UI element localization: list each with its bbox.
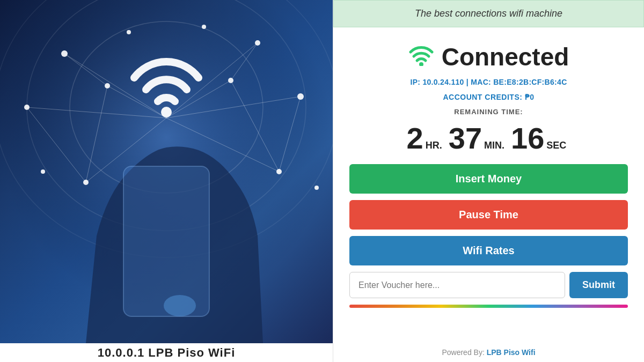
insert-money-button[interactable]: Insert Money bbox=[349, 164, 628, 194]
wifi-rates-button[interactable]: Wifi Rates bbox=[349, 236, 628, 265]
bottom-label-bar: 10.0.0.1 LPB Piso WiFi bbox=[0, 343, 333, 362]
minutes-unit: MIN. bbox=[484, 140, 504, 151]
hours-value: 2 bbox=[407, 123, 423, 153]
svg-point-32 bbox=[164, 295, 196, 316]
minutes-value: 37 bbox=[449, 123, 482, 153]
svg-point-30 bbox=[161, 107, 172, 117]
svg-point-19 bbox=[255, 40, 260, 46]
left-panel: 10.0.0.1 LPB Piso WiFi bbox=[0, 0, 333, 362]
footer-bar: Powered By: LPB Piso Wifi bbox=[333, 343, 644, 362]
svg-point-29 bbox=[202, 25, 206, 29]
pause-time-button[interactable]: Pause Time bbox=[349, 200, 628, 230]
timer-display: 2 HR. 37 MIN. 16 SEC bbox=[407, 123, 571, 153]
network-svg bbox=[0, 0, 333, 343]
svg-rect-31 bbox=[123, 166, 209, 316]
right-panel: The best connections wifi machine Connec… bbox=[333, 0, 644, 362]
hours-unit: HR. bbox=[426, 140, 442, 151]
remaining-time-label: REMAINING TIME: bbox=[454, 108, 523, 116]
color-bar bbox=[349, 305, 628, 308]
svg-point-18 bbox=[61, 50, 68, 57]
account-credits: ACCOUNT CREDITS: ₱0 bbox=[443, 93, 534, 101]
wifi-connected-icon bbox=[408, 45, 434, 70]
svg-point-26 bbox=[41, 169, 45, 174]
svg-point-22 bbox=[105, 83, 110, 88]
svg-point-23 bbox=[228, 78, 233, 83]
voucher-input[interactable] bbox=[349, 272, 565, 298]
footer-text: Powered By: bbox=[442, 348, 486, 357]
seconds-value: 16 bbox=[511, 123, 544, 153]
submit-button[interactable]: Submit bbox=[569, 272, 628, 298]
footer-link[interactable]: LPB Piso Wifi bbox=[487, 348, 536, 357]
tagline-text: The best connections wifi machine bbox=[415, 8, 562, 19]
tagline-bar: The best connections wifi machine bbox=[333, 0, 644, 27]
svg-point-33 bbox=[419, 62, 423, 66]
svg-point-25 bbox=[276, 169, 282, 174]
svg-point-27 bbox=[314, 186, 319, 190]
connected-status-text: Connected bbox=[442, 42, 569, 71]
wifi-background-image bbox=[0, 0, 333, 343]
main-content: Connected IP: 10.0.24.110 | MAC: BE:E8:2… bbox=[333, 27, 644, 343]
connected-row: Connected bbox=[408, 42, 569, 71]
bottom-label: 10.0.0.1 LPB Piso WiFi bbox=[98, 346, 236, 360]
voucher-row: Submit bbox=[349, 272, 628, 298]
seconds-unit: SEC bbox=[546, 140, 566, 151]
svg-point-21 bbox=[297, 93, 304, 100]
svg-point-20 bbox=[24, 105, 30, 110]
ip-mac-info: IP: 10.0.24.110 | MAC: BE:E8:2B:CF:B6:4C bbox=[410, 78, 567, 86]
svg-point-24 bbox=[83, 180, 89, 185]
svg-point-28 bbox=[127, 30, 131, 34]
